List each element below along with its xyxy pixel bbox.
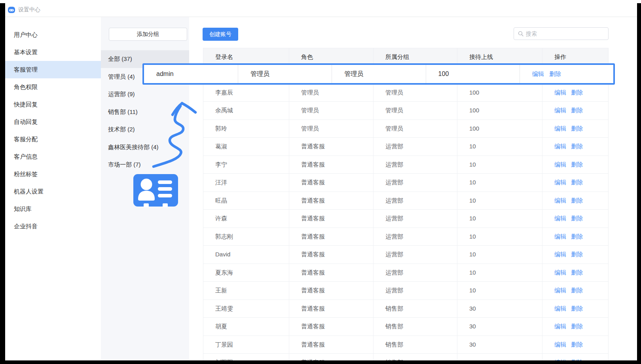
cell-actions: 编辑 删除 (542, 84, 608, 102)
edit-link[interactable]: 编辑 (554, 233, 566, 240)
cell-limit: 10 (457, 246, 542, 264)
cell-group: 销售部 (374, 300, 457, 318)
sidebar-item-label: 知识库 (14, 205, 32, 212)
cell-group: 运营部 (374, 264, 457, 282)
delete-link[interactable]: 删除 (571, 125, 583, 132)
edit-link[interactable]: 编辑 (554, 107, 566, 114)
cell-actions: 编辑 删除 (542, 282, 608, 300)
edit-link[interactable]: 编辑 (554, 197, 566, 204)
delete-link[interactable]: 删除 (549, 70, 561, 77)
group-item-label: 运营部 (9) (108, 91, 135, 97)
cell-limit: 10 (457, 264, 542, 282)
delete-link[interactable]: 删除 (571, 161, 583, 168)
delete-link[interactable]: 删除 (571, 269, 583, 276)
cell-role: 管理员 (289, 120, 374, 138)
sidebar-item[interactable]: 基本设置 (5, 44, 101, 61)
cell-group: 管理员 (374, 120, 457, 138)
delete-link[interactable]: 删除 (571, 251, 583, 258)
edit-link[interactable]: 编辑 (554, 305, 566, 312)
sidebar-item[interactable]: 机器人设置 (5, 183, 101, 200)
delete-link[interactable]: 删除 (571, 233, 583, 240)
group-item[interactable]: 技术部 (2) (101, 121, 189, 138)
sidebar-item-label: 客服管理 (14, 66, 38, 73)
app-header: 设置中心 (0, 3, 641, 17)
group-item[interactable]: 鑫林医美接待部 (4) (101, 138, 189, 156)
delete-link[interactable]: 删除 (571, 197, 583, 204)
delete-link[interactable]: 删除 (571, 287, 583, 294)
edit-link[interactable]: 编辑 (554, 287, 566, 294)
highlight-actions: 编辑 删除 (520, 65, 613, 83)
delete-link[interactable]: 删除 (571, 323, 583, 330)
edit-link[interactable]: 编辑 (554, 89, 566, 96)
cell-role: 普通客服 (289, 246, 374, 264)
sidebar-item[interactable]: 快捷回复 (5, 96, 101, 113)
cell-actions: 编辑 删除 (542, 138, 608, 155)
cell-actions: 编辑 删除 (542, 192, 608, 210)
cell-role: 普通客服 (289, 210, 374, 228)
edit-link[interactable]: 编辑 (554, 143, 566, 150)
cell-login: 汪洋 (203, 174, 289, 191)
search-input[interactable] (526, 30, 604, 37)
highlight-role: 管理员 (238, 65, 332, 83)
edit-link[interactable]: 编辑 (554, 323, 566, 330)
cell-actions: 编辑 删除 (542, 336, 608, 354)
sidebar-item-label: 粉丝标签 (14, 171, 38, 177)
sidebar-item[interactable]: 粉丝标签 (5, 165, 101, 183)
sidebar-item[interactable]: 客户信息 (5, 148, 101, 165)
frame-border-right (637, 3, 641, 364)
edit-link[interactable]: 编辑 (554, 215, 566, 222)
sidebar-item-label: 角色权限 (14, 83, 38, 90)
cell-actions: 编辑 删除 (542, 264, 608, 282)
sidebar-item[interactable]: 客服管理 (5, 61, 101, 78)
table-row: 郭玲 管理员 管理员 100 编辑 删除 (203, 120, 608, 138)
cell-role: 普通客服 (289, 282, 374, 300)
table-row: 余禹城 管理员 管理员 100 编辑 删除 (203, 102, 608, 120)
sidebar-item[interactable]: 知识库 (5, 200, 101, 218)
sidebar-item[interactable]: 角色权限 (5, 78, 101, 96)
table-row: 李嘉辰 管理员 管理员 100 编辑 删除 (203, 84, 608, 102)
table-row: David 普通客服 运营部 10 编辑 删除 (203, 246, 608, 264)
cell-login: 胡夏 (203, 318, 289, 336)
group-item-label: 鑫林医美接待部 (4) (108, 144, 159, 150)
cell-actions: 编辑 删除 (542, 102, 608, 119)
edit-link[interactable]: 编辑 (554, 161, 566, 168)
sidebar-item[interactable]: 客服分配 (5, 131, 101, 148)
delete-link[interactable]: 删除 (571, 107, 583, 114)
cell-actions: 编辑 删除 (542, 318, 608, 336)
edit-link[interactable]: 编辑 (554, 269, 566, 276)
search-icon (518, 31, 523, 36)
delete-link[interactable]: 删除 (571, 89, 583, 96)
sidebar-item-label: 客户信息 (14, 153, 38, 160)
cell-group: 运营部 (374, 174, 457, 191)
delete-link[interactable]: 删除 (571, 143, 583, 150)
edit-link[interactable]: 编辑 (554, 179, 566, 186)
edit-link[interactable]: 编辑 (554, 341, 566, 348)
sidebar-item[interactable]: 用户中心 (5, 26, 101, 44)
add-group-button[interactable]: 添加分组 (109, 28, 187, 41)
edit-link[interactable]: 编辑 (554, 251, 566, 258)
cell-role: 普通客服 (289, 192, 374, 210)
delete-link[interactable]: 删除 (571, 341, 583, 348)
sidebar: 用户中心 基本设置 客服管理 角色权限 快捷回复 自动回复 客服分配 客户信息 … (5, 17, 101, 360)
table-row: 王新 普通客服 运营部 10 编辑 删除 (203, 282, 608, 300)
group-item[interactable]: 销售部 (11) (101, 103, 189, 121)
cell-role: 普通客服 (289, 336, 374, 354)
delete-link[interactable]: 删除 (571, 215, 583, 222)
cell-login: 丁景园 (203, 336, 289, 354)
table-row: 王靖雯 普通客服 销售部 30 编辑 删除 (203, 300, 608, 318)
edit-link[interactable]: 编辑 (532, 70, 544, 77)
cell-limit: 10 (457, 282, 542, 300)
cell-group: 管理员 (374, 102, 457, 119)
create-account-button[interactable]: 创建账号 (203, 28, 238, 41)
group-item[interactable]: 市场一部 (7) (101, 156, 189, 174)
delete-link[interactable]: 删除 (571, 179, 583, 186)
cell-role: 普通客服 (289, 318, 374, 336)
sidebar-item[interactable]: 自动回复 (5, 113, 101, 131)
highlighted-admin-row[interactable]: admin 管理员 管理员 100 编辑 删除 (142, 63, 615, 85)
delete-link[interactable]: 删除 (571, 305, 583, 312)
sidebar-item-label: 自动回复 (14, 118, 38, 125)
group-item[interactable]: 运营部 (9) (101, 85, 189, 103)
cell-actions: 编辑 删除 (542, 120, 608, 138)
sidebar-item[interactable]: 企业抖音 (5, 218, 101, 235)
edit-link[interactable]: 编辑 (554, 125, 566, 132)
